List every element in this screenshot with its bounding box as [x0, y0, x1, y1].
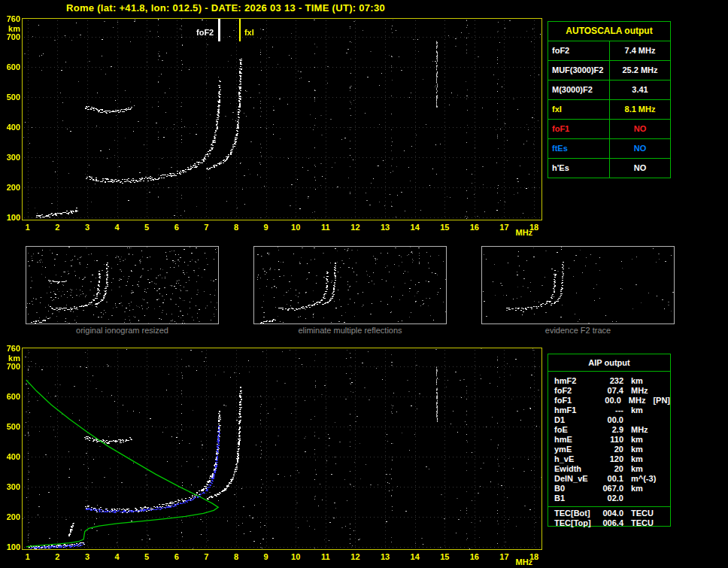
x-tick-label: 7: [197, 552, 215, 561]
fxI-marker-label: fxI: [244, 28, 254, 37]
x-axis-unit-label: MHz: [516, 228, 533, 237]
x-tick-label: 11: [317, 223, 335, 232]
aip-row-value: ---: [596, 405, 623, 415]
autoscala-row-label: fxI: [548, 100, 610, 119]
mini-caption-f2trace: evidence F2 trace: [481, 326, 675, 335]
x-tick-label: 8: [227, 223, 245, 232]
aip-row: foF100.0MHz[PN]: [548, 396, 670, 405]
autoscala-row: h'EsNO: [548, 159, 670, 178]
x-tick-label: 16: [466, 223, 484, 232]
aip-tec-unit: TECU: [623, 509, 654, 518]
aip-row-value: 20: [596, 464, 623, 474]
aip-row-label: ymE: [548, 445, 596, 454]
y-tick-label: 760: [0, 14, 20, 23]
x-tick-label: 17: [495, 223, 513, 232]
autoscala-row-value: NO: [610, 120, 670, 138]
autoscala-row-label: foF2: [548, 41, 610, 60]
x-tick-label: 4: [108, 223, 126, 232]
aip-row-label: foE: [548, 425, 596, 435]
aip-row-label: Ewidth: [548, 464, 596, 474]
x-tick-label: 10: [287, 552, 305, 561]
aip-tec-value: 006.4: [596, 518, 623, 528]
x-tick-label: 9: [257, 552, 275, 561]
aip-table: AIP output hmF2232kmfoF207.4MHzfoF100.0M…: [548, 354, 671, 527]
aip-tec-label: TEC[Bot]: [548, 509, 596, 518]
aip-row-value: 120: [596, 454, 623, 464]
x-tick-label: 2: [48, 552, 66, 561]
main-ionogram-plot: [22, 18, 542, 220]
aip-row-value: 00.0: [595, 396, 621, 405]
aip-row: foE2.9MHz: [548, 425, 670, 435]
autoscala-row: foF27.4 MHz: [548, 41, 670, 61]
x-tick-label: 12: [346, 223, 364, 232]
autoscala-row-value: 25.2 MHz: [610, 61, 670, 80]
station-title: Rome (lat: +41.8, lon: 012.5) - DATE: 20…: [66, 2, 385, 14]
aip-row-value: 20: [596, 445, 623, 454]
fxI-marker-line: [239, 19, 241, 41]
y-tick-label: 300: [0, 482, 20, 491]
aip-tec-row: TEC[Top]006.4TECU: [548, 518, 670, 528]
autoscala-row: foF1NO: [548, 120, 670, 139]
y-tick-label: 600: [0, 392, 20, 401]
y-tick-label: 300: [0, 153, 20, 162]
aip-row: B0067.0km: [548, 484, 670, 494]
x-tick-label: 15: [435, 223, 453, 232]
aip-row-unit: km: [623, 376, 643, 386]
aip-row-unit: MHz: [621, 396, 646, 405]
y-tick-label: 200: [0, 512, 20, 521]
x-tick-label: 8: [227, 552, 245, 561]
x-tick-label: 14: [406, 552, 424, 561]
aip-row-label: h_vE: [548, 454, 596, 464]
aip-row-unit: m^(-3): [623, 474, 656, 484]
y-tick-label: 700: [0, 32, 20, 41]
autoscala-row-value: 3.41: [610, 80, 670, 99]
autoscala-row-label: M(3000)F2: [548, 80, 610, 99]
y-tick-label: 200: [0, 183, 20, 192]
aip-row-label: D1: [548, 415, 596, 425]
aip-row-label: foF2: [548, 386, 596, 396]
x-tick-label: 1: [19, 223, 37, 232]
x-tick-label: 15: [435, 552, 453, 561]
y-tick-label: 500: [0, 93, 20, 102]
x-tick-label: 9: [257, 223, 275, 232]
aip-table-rows: hmF2232kmfoF207.4MHzfoF100.0MHz[PN]hmF1-…: [548, 372, 670, 503]
aip-row-value: 07.4: [596, 386, 623, 396]
aip-row-label: hmF2: [548, 376, 596, 386]
aip-row-label: DelN_vE: [548, 474, 596, 484]
aip-row-unit: km: [623, 464, 643, 474]
aip-tec-row: TEC[Bot]004.0TECU: [548, 509, 670, 518]
autoscala-row-label: h'Es: [548, 159, 610, 178]
x-tick-label: 16: [466, 552, 484, 561]
mini-panel-f2trace: [481, 246, 675, 324]
aip-row-note: [PN]: [645, 396, 670, 405]
y-tick-label: 400: [0, 452, 20, 461]
aip-tec-rows: TEC[Bot]004.0TECUTEC[Top]006.4TECU: [548, 506, 670, 528]
x-tick-label: 4: [108, 552, 126, 561]
x-axis-unit-label: MHz: [516, 557, 533, 566]
autoscala-row: ftEsNO: [548, 139, 670, 159]
x-tick-label: 2: [48, 223, 66, 232]
aip-row-value: 02.0: [596, 494, 623, 503]
aip-row-value: 232: [596, 376, 623, 386]
y-axis-unit-label: km: [0, 24, 20, 33]
autoscala-row-label: foF1: [548, 120, 610, 138]
aip-row-unit: MHz: [623, 386, 648, 396]
x-tick-label: 3: [78, 552, 96, 561]
aip-row: Ewidth20km: [548, 464, 670, 474]
autoscala-table-header: AUTOSCALA output: [548, 22, 670, 41]
x-tick-label: 13: [376, 552, 394, 561]
aip-row-label: foF1: [548, 396, 595, 405]
mini-f2trace-canvas: [482, 247, 674, 323]
aip-row-label: hmF1: [548, 405, 596, 415]
aip-row: h_vE120km: [548, 454, 670, 464]
aip-row: DelN_vE00.1m^(-3): [548, 474, 670, 484]
y-tick-label: 700: [0, 362, 20, 371]
aip-row: hmE110km: [548, 435, 670, 445]
aip-row-value: 00.1: [596, 474, 623, 484]
x-tick-label: 6: [168, 223, 186, 232]
aip-row: hmF1---km: [548, 405, 670, 415]
aip-row: B102.0: [548, 494, 670, 503]
aip-row: foF207.4MHz: [548, 386, 670, 396]
y-tick-label: 400: [0, 123, 20, 132]
autoscala-screen: Rome (lat: +41.8, lon: 012.5) - DATE: 20…: [0, 0, 728, 568]
